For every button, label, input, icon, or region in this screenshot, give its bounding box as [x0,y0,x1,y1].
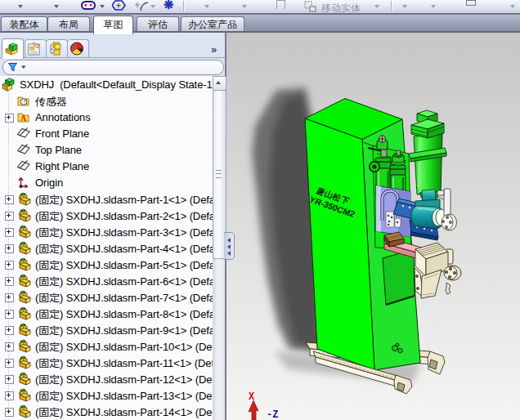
svg-text:-Z: -Z [267,409,278,420]
